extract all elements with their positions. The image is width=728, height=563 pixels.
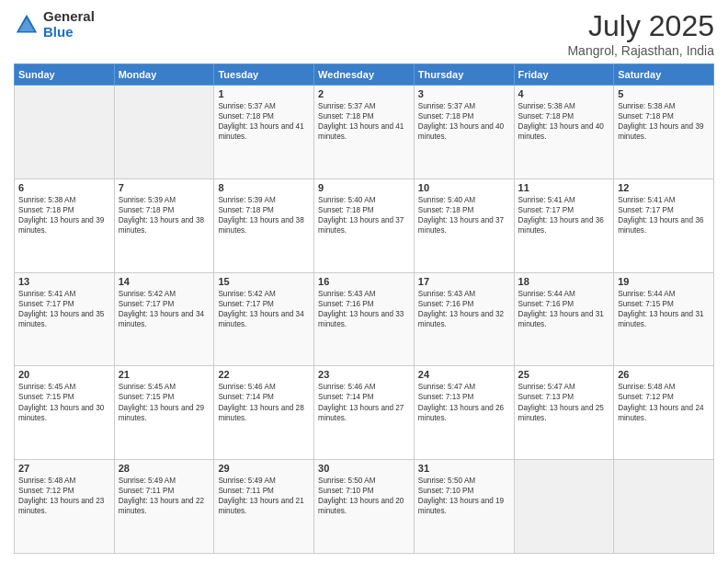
day-info: Sunrise: 5:50 AM Sunset: 7:10 PM Dayligh… [418, 476, 510, 516]
col-monday: Monday [114, 64, 214, 86]
day-info: Sunrise: 5:41 AM Sunset: 7:17 PM Dayligh… [518, 195, 610, 236]
day-info: Sunrise: 5:46 AM Sunset: 7:14 PM Dayligh… [318, 382, 410, 422]
col-thursday: Thursday [414, 64, 514, 86]
logo-general: General [43, 9, 95, 25]
day-info: Sunrise: 5:39 AM Sunset: 7:18 PM Dayligh… [119, 195, 210, 236]
calendar-cell: 24Sunrise: 5:47 AM Sunset: 7:13 PM Dayli… [414, 366, 514, 460]
calendar: Sunday Monday Tuesday Wednesday Thursday… [14, 63, 714, 554]
col-friday: Friday [514, 64, 614, 86]
day-info: Sunrise: 5:44 AM Sunset: 7:16 PM Dayligh… [518, 289, 610, 329]
calendar-cell: 28Sunrise: 5:49 AM Sunset: 7:11 PM Dayli… [114, 460, 214, 554]
day-number: 3 [418, 88, 510, 99]
day-number: 21 [119, 369, 210, 380]
day-number: 14 [119, 276, 210, 287]
day-info: Sunrise: 5:48 AM Sunset: 7:12 PM Dayligh… [18, 476, 110, 516]
calendar-cell: 31Sunrise: 5:50 AM Sunset: 7:10 PM Dayli… [414, 460, 514, 554]
day-number: 17 [418, 276, 510, 287]
day-number: 25 [518, 369, 610, 380]
day-number: 7 [119, 182, 210, 193]
calendar-cell: 23Sunrise: 5:46 AM Sunset: 7:14 PM Dayli… [314, 366, 415, 460]
day-number: 12 [618, 182, 710, 193]
calendar-cell: 16Sunrise: 5:43 AM Sunset: 7:16 PM Dayli… [314, 272, 415, 366]
calendar-cell [15, 86, 115, 179]
calendar-cell: 11Sunrise: 5:41 AM Sunset: 7:17 PM Dayli… [514, 178, 614, 272]
calendar-cell [114, 86, 214, 179]
day-info: Sunrise: 5:40 AM Sunset: 7:18 PM Dayligh… [418, 195, 510, 236]
calendar-week-4: 20Sunrise: 5:45 AM Sunset: 7:15 PM Dayli… [15, 366, 714, 460]
calendar-cell: 21Sunrise: 5:45 AM Sunset: 7:15 PM Dayli… [114, 366, 214, 460]
day-number: 6 [18, 182, 110, 193]
day-info: Sunrise: 5:42 AM Sunset: 7:17 PM Dayligh… [218, 289, 310, 329]
day-number: 27 [18, 463, 110, 474]
header: General Blue July 2025 Mangrol, Rajastha… [14, 9, 714, 58]
calendar-cell: 30Sunrise: 5:50 AM Sunset: 7:10 PM Dayli… [314, 460, 415, 554]
day-info: Sunrise: 5:37 AM Sunset: 7:18 PM Dayligh… [418, 101, 510, 142]
day-info: Sunrise: 5:42 AM Sunset: 7:17 PM Dayligh… [119, 289, 210, 329]
day-number: 15 [218, 276, 310, 287]
day-number: 19 [618, 276, 710, 287]
day-number: 22 [218, 369, 310, 380]
day-number: 2 [318, 88, 410, 99]
calendar-body: 1Sunrise: 5:37 AM Sunset: 7:18 PM Daylig… [15, 86, 714, 554]
title-block: July 2025 Mangrol, Rajasthan, India [567, 9, 714, 58]
day-number: 31 [418, 463, 510, 474]
day-info: Sunrise: 5:47 AM Sunset: 7:13 PM Dayligh… [418, 382, 510, 422]
calendar-week-3: 13Sunrise: 5:41 AM Sunset: 7:17 PM Dayli… [15, 272, 714, 366]
day-number: 8 [218, 182, 310, 193]
calendar-cell: 15Sunrise: 5:42 AM Sunset: 7:17 PM Dayli… [214, 272, 314, 366]
day-info: Sunrise: 5:38 AM Sunset: 7:18 PM Dayligh… [618, 101, 710, 142]
day-number: 30 [318, 463, 410, 474]
day-info: Sunrise: 5:38 AM Sunset: 7:18 PM Dayligh… [518, 101, 610, 142]
calendar-cell: 5Sunrise: 5:38 AM Sunset: 7:18 PM Daylig… [614, 86, 714, 179]
calendar-cell: 25Sunrise: 5:47 AM Sunset: 7:13 PM Dayli… [514, 366, 614, 460]
day-number: 24 [418, 369, 510, 380]
col-saturday: Saturday [614, 64, 714, 86]
day-info: Sunrise: 5:44 AM Sunset: 7:15 PM Dayligh… [618, 289, 710, 329]
day-info: Sunrise: 5:49 AM Sunset: 7:11 PM Dayligh… [119, 476, 210, 516]
day-info: Sunrise: 5:39 AM Sunset: 7:18 PM Dayligh… [218, 195, 310, 236]
calendar-cell: 20Sunrise: 5:45 AM Sunset: 7:15 PM Dayli… [15, 366, 115, 460]
calendar-cell: 22Sunrise: 5:46 AM Sunset: 7:14 PM Dayli… [214, 366, 314, 460]
day-info: Sunrise: 5:45 AM Sunset: 7:15 PM Dayligh… [119, 382, 210, 422]
calendar-cell: 6Sunrise: 5:38 AM Sunset: 7:18 PM Daylig… [15, 178, 115, 272]
calendar-week-5: 27Sunrise: 5:48 AM Sunset: 7:12 PM Dayli… [15, 460, 714, 554]
calendar-cell: 1Sunrise: 5:37 AM Sunset: 7:18 PM Daylig… [214, 86, 314, 179]
header-row: Sunday Monday Tuesday Wednesday Thursday… [15, 64, 714, 86]
day-info: Sunrise: 5:43 AM Sunset: 7:16 PM Dayligh… [318, 289, 410, 329]
day-number: 10 [418, 182, 510, 193]
day-number: 5 [618, 88, 710, 99]
month-year: July 2025 [567, 9, 714, 43]
day-number: 23 [318, 369, 410, 380]
day-number: 29 [218, 463, 310, 474]
calendar-cell: 26Sunrise: 5:48 AM Sunset: 7:12 PM Dayli… [614, 366, 714, 460]
day-info: Sunrise: 5:37 AM Sunset: 7:18 PM Dayligh… [318, 101, 410, 142]
calendar-cell [514, 460, 614, 554]
calendar-week-1: 1Sunrise: 5:37 AM Sunset: 7:18 PM Daylig… [15, 86, 714, 179]
calendar-cell: 27Sunrise: 5:48 AM Sunset: 7:12 PM Dayli… [15, 460, 115, 554]
calendar-cell: 7Sunrise: 5:39 AM Sunset: 7:18 PM Daylig… [114, 178, 214, 272]
day-number: 28 [119, 463, 210, 474]
page: General Blue July 2025 Mangrol, Rajastha… [0, 0, 728, 563]
day-info: Sunrise: 5:50 AM Sunset: 7:10 PM Dayligh… [318, 476, 410, 516]
day-number: 26 [618, 369, 710, 380]
logo-blue: Blue [43, 25, 95, 40]
calendar-cell: 29Sunrise: 5:49 AM Sunset: 7:11 PM Dayli… [214, 460, 314, 554]
calendar-cell: 19Sunrise: 5:44 AM Sunset: 7:15 PM Dayli… [614, 272, 714, 366]
day-info: Sunrise: 5:49 AM Sunset: 7:11 PM Dayligh… [218, 476, 310, 516]
calendar-cell: 9Sunrise: 5:40 AM Sunset: 7:18 PM Daylig… [314, 178, 415, 272]
calendar-cell: 13Sunrise: 5:41 AM Sunset: 7:17 PM Dayli… [15, 272, 115, 366]
day-info: Sunrise: 5:38 AM Sunset: 7:18 PM Dayligh… [18, 195, 110, 236]
calendar-cell: 4Sunrise: 5:38 AM Sunset: 7:18 PM Daylig… [514, 86, 614, 179]
calendar-cell: 14Sunrise: 5:42 AM Sunset: 7:17 PM Dayli… [114, 272, 214, 366]
day-number: 13 [18, 276, 110, 287]
calendar-cell: 18Sunrise: 5:44 AM Sunset: 7:16 PM Dayli… [514, 272, 614, 366]
calendar-cell: 12Sunrise: 5:41 AM Sunset: 7:17 PM Dayli… [614, 178, 714, 272]
day-number: 16 [318, 276, 410, 287]
calendar-cell: 10Sunrise: 5:40 AM Sunset: 7:18 PM Dayli… [414, 178, 514, 272]
day-info: Sunrise: 5:41 AM Sunset: 7:17 PM Dayligh… [18, 289, 110, 329]
logo-text: General Blue [43, 9, 95, 40]
day-info: Sunrise: 5:40 AM Sunset: 7:18 PM Dayligh… [318, 195, 410, 236]
day-number: 9 [318, 182, 410, 193]
day-info: Sunrise: 5:46 AM Sunset: 7:14 PM Dayligh… [218, 382, 310, 422]
calendar-week-2: 6Sunrise: 5:38 AM Sunset: 7:18 PM Daylig… [15, 178, 714, 272]
